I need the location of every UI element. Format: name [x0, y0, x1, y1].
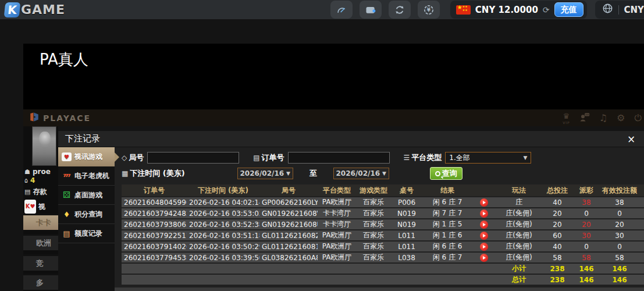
video-games-row[interactable]: K♥ 视 [24, 200, 45, 214]
menu-item-label: 额度记录 [74, 229, 102, 239]
empty-cell [391, 264, 422, 274]
kgame-logo[interactable]: K GAME [5, 2, 65, 17]
page-title: PA真人 [40, 49, 88, 70]
cell-status: 已派彩 [639, 197, 644, 207]
cell-valid-bet: 30 [600, 230, 639, 240]
subtotal-row-value: 146 [600, 264, 639, 274]
replay-cell [472, 197, 496, 207]
clipboard-icon: ▤ [253, 154, 259, 162]
menu-item[interactable]: ♥视讯游戏 [58, 147, 115, 166]
play-icon[interactable] [480, 243, 488, 251]
menu-item-label: 积分查询 [74, 210, 102, 219]
menu-item[interactable]: ▤额度记录 [58, 224, 115, 243]
power-icon[interactable]: ⏻ [634, 113, 642, 123]
cell-round-no: GN0192621608V [259, 208, 318, 218]
empty-cell [259, 275, 318, 285]
settings-icon[interactable]: ⚙ [617, 113, 625, 123]
modal-body: ♥视讯游戏777电子老虎机⚄桌面游戏♦积分查询▤额度记录 ◇ 局号 ▤ 订单号 … [58, 147, 644, 291]
deposit-button[interactable]: 充值 [554, 2, 583, 17]
total-row-value: 146 [572, 275, 600, 285]
search-button[interactable]: 查询 [430, 167, 462, 180]
column-header: 状态 [639, 184, 644, 196]
column-header: 结果 [422, 184, 472, 196]
replay-cell [472, 253, 496, 262]
replay-cell [472, 230, 496, 240]
cell-round-no: GN0192621608U [259, 219, 318, 229]
lobby-nav-item[interactable]: 欧洲 [23, 234, 58, 250]
play-icon[interactable] [480, 254, 488, 262]
avatar[interactable] [32, 126, 56, 166]
lobby-nav-item[interactable]: 竞 [23, 254, 58, 271]
total-row-value: 238 [542, 275, 572, 285]
menu-item[interactable]: ⚄桌面游戏 [58, 186, 115, 205]
cell-total-bet: 20 [542, 208, 572, 218]
table-row: 2602160379380632026-02-16 03:52:38GN0192… [122, 219, 644, 229]
gauge-icon[interactable] [330, 1, 353, 19]
list-icon: ☰ [404, 154, 410, 162]
provider-bar: PLAYACE ♛ VIP ♫ ⚙ ⏻ [23, 109, 644, 126]
cell-platform: PA欧洲厅 [318, 230, 356, 240]
column-header: 订单号 [122, 184, 187, 196]
refresh-balance-icon[interactable]: ⟳ [543, 5, 550, 15]
deposit-row[interactable]: ▤ 存款 [24, 187, 47, 197]
cell-total-bet: 20 [542, 219, 572, 229]
platform-select[interactable]: 1.全部 ▼ [445, 152, 531, 164]
round-input[interactable] [147, 152, 239, 164]
cell-bet-time: 2026-02-16 04:02:14 [187, 197, 259, 207]
empty-cell [472, 275, 496, 285]
play-icon[interactable] [480, 198, 488, 207]
gem-icon: ♦ [62, 210, 72, 219]
cell-bet-time: 2026-02-16 03:50:29 [187, 242, 259, 251]
date-from-select[interactable]: 2026/02/16 ▼ [237, 168, 293, 179]
cell-total-bet: 40 [542, 197, 572, 207]
playing-card-icon: K♥ [24, 200, 36, 214]
provider-name: PLAYACE [43, 113, 91, 123]
replay-cell [472, 208, 496, 218]
bet-records-modal: 下注记录 × ♥视讯游戏777电子老虎机⚄桌面游戏♦积分查询▤额度记录 ◇ 局号… [58, 131, 644, 291]
empty-cell [472, 264, 496, 274]
logo-text: GAME [21, 2, 65, 17]
column-header: 局号 [259, 184, 318, 196]
column-header: 游戏类型 [356, 184, 391, 196]
menu-item[interactable]: ♦积分查询 [58, 205, 115, 224]
banknote-icon: ▤ [24, 188, 30, 196]
modal-menu: ♥视讯游戏777电子老虎机⚄桌面游戏♦积分查询▤额度记录 [58, 147, 115, 291]
cell-game-type: 百家乐 [356, 197, 391, 207]
wallet-icon[interactable] [360, 1, 382, 19]
menu-item-label: 桌面游戏 [74, 190, 102, 200]
cell-play-type: 庄 [496, 197, 542, 207]
dice-icon: ⚄ [62, 190, 72, 200]
vip-icon[interactable]: ♛ VIP [563, 112, 570, 125]
globe-icon [602, 3, 613, 16]
cell-valid-bet: 38 [600, 197, 639, 207]
cell-total-bet: 60 [542, 230, 572, 240]
support-icon[interactable] [579, 112, 590, 123]
lobby-nav-item[interactable]: 卡卡 [23, 214, 58, 230]
to-label: 至 [309, 168, 317, 179]
close-icon[interactable]: × [625, 133, 637, 145]
lobby-nav-item[interactable]: 多 [23, 274, 58, 290]
coin-yen-icon[interactable]: ¥ [418, 1, 440, 19]
cell-result: 闲 7 庄 7 [422, 208, 472, 218]
date-to-select[interactable]: 2026/02/16 ▼ [333, 168, 389, 179]
play-icon[interactable] [480, 232, 488, 240]
order-input[interactable] [288, 152, 390, 164]
play-icon[interactable] [480, 221, 488, 229]
cell-platform: PA欧洲厅 [318, 253, 356, 262]
play-icon[interactable] [480, 210, 488, 218]
column-header: 桌号 [391, 184, 422, 196]
transfer-icon[interactable] [389, 1, 411, 19]
subtotal-row-value: 238 [542, 264, 572, 274]
cell-payout: 30 [572, 230, 600, 240]
search-icon [435, 171, 440, 176]
language-currency-pill[interactable]: CNY [595, 1, 644, 19]
menu-item[interactable]: 777电子老虎机 [58, 166, 115, 186]
cell-payout: 38 [572, 197, 600, 207]
column-header: 平台类型 [318, 184, 356, 196]
empty-cell [318, 275, 356, 285]
money-bag-icon: ۵ [24, 177, 28, 184]
cell-payout: 20 [572, 219, 600, 229]
music-icon[interactable]: ♫ [599, 113, 607, 123]
user-icon: ☗ [24, 168, 30, 176]
cell-total-bet: 40 [542, 242, 572, 251]
